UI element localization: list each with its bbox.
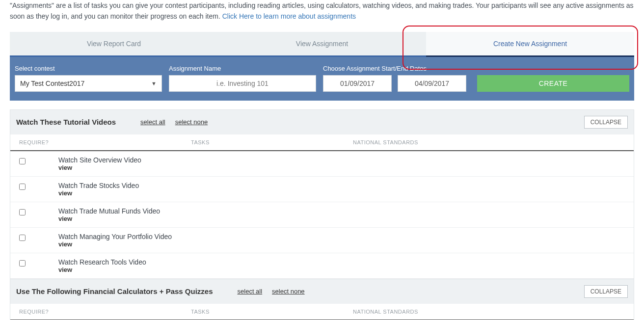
- section1-select-all[interactable]: select all: [140, 118, 165, 126]
- section2-title: Use The Following Financial Calculators …: [16, 287, 213, 295]
- task-checkbox[interactable]: [19, 260, 26, 267]
- tab-view-report-card[interactable]: View Report Card: [10, 32, 218, 55]
- section-calculators: Use The Following Financial Calculators …: [10, 279, 634, 320]
- start-date-input[interactable]: [323, 75, 392, 92]
- assignment-name-input[interactable]: [169, 75, 316, 92]
- task-view-link[interactable]: view: [58, 266, 625, 273]
- learn-more-link[interactable]: Click Here to learn more about assignmen…: [222, 12, 356, 20]
- end-date-input[interactable]: [398, 75, 466, 92]
- task-view-link[interactable]: view: [58, 164, 625, 171]
- contest-label: Select contest: [15, 65, 162, 72]
- contest-selected-value: My Test Contest2017: [20, 80, 84, 87]
- dates-label: Choose Assignment Start/End Dates: [323, 65, 470, 72]
- task-checkbox[interactable]: [19, 158, 26, 164]
- col-tasks: TASKS: [191, 139, 353, 145]
- section1-title: Watch These Tutorial Videos: [16, 118, 116, 126]
- task-row: Watch Site Overview Video view: [10, 151, 634, 177]
- col-require: REQUIRE?: [19, 309, 191, 315]
- col-require: REQUIRE?: [19, 139, 191, 145]
- task-checkbox[interactable]: [19, 184, 26, 190]
- task-checkbox[interactable]: [19, 235, 26, 241]
- col-standards: NATIONAL STANDARDS: [353, 309, 625, 315]
- task-row: Watch Trade Stocks Video view: [10, 177, 634, 202]
- section1-collapse-button[interactable]: COLLAPSE: [584, 116, 628, 129]
- task-view-link[interactable]: view: [58, 215, 625, 222]
- create-button[interactable]: CREATE: [477, 75, 629, 92]
- section2-select-all[interactable]: select all: [238, 288, 263, 295]
- task-view-link[interactable]: view: [58, 240, 625, 248]
- assignment-name-label: Assignment Name: [169, 65, 316, 72]
- tab-create-new-assignment[interactable]: Create New Assignment: [426, 32, 634, 57]
- col-standards: NATIONAL STANDARDS: [353, 139, 625, 145]
- task-view-link[interactable]: view: [58, 189, 625, 197]
- contest-select[interactable]: My Test Contest2017 ▼: [15, 75, 162, 92]
- intro-text: "Assignments" are a list of tasks you ca…: [10, 0, 634, 22]
- col-tasks: TASKS: [191, 309, 353, 315]
- task-name: Watch Trade Mutual Funds Video: [58, 207, 625, 215]
- section2-select-none[interactable]: select none: [272, 288, 305, 295]
- task-name: Watch Site Overview Video: [58, 156, 625, 164]
- section-tutorial-videos: Watch These Tutorial Videos select all s…: [10, 109, 634, 279]
- task-row: Watch Research Tools Video view: [10, 253, 634, 279]
- create-form-bar: Select contest My Test Contest2017 ▼ Ass…: [10, 57, 634, 101]
- section2-collapse-button[interactable]: COLLAPSE: [584, 285, 628, 298]
- tabs-bar: View Report Card View Assignment Create …: [10, 32, 634, 57]
- chevron-down-icon: ▼: [151, 80, 157, 86]
- task-name: Watch Managing Your Portfolio Video: [58, 233, 625, 240]
- task-row: Watch Managing Your Portfolio Video view: [10, 228, 634, 253]
- section1-select-none[interactable]: select none: [175, 118, 208, 126]
- tab-view-assignment[interactable]: View Assignment: [218, 32, 426, 55]
- task-row: Watch Trade Mutual Funds Video view: [10, 202, 634, 228]
- task-checkbox[interactable]: [19, 209, 26, 215]
- task-name: Watch Trade Stocks Video: [58, 182, 625, 189]
- task-name: Watch Research Tools Video: [58, 258, 625, 266]
